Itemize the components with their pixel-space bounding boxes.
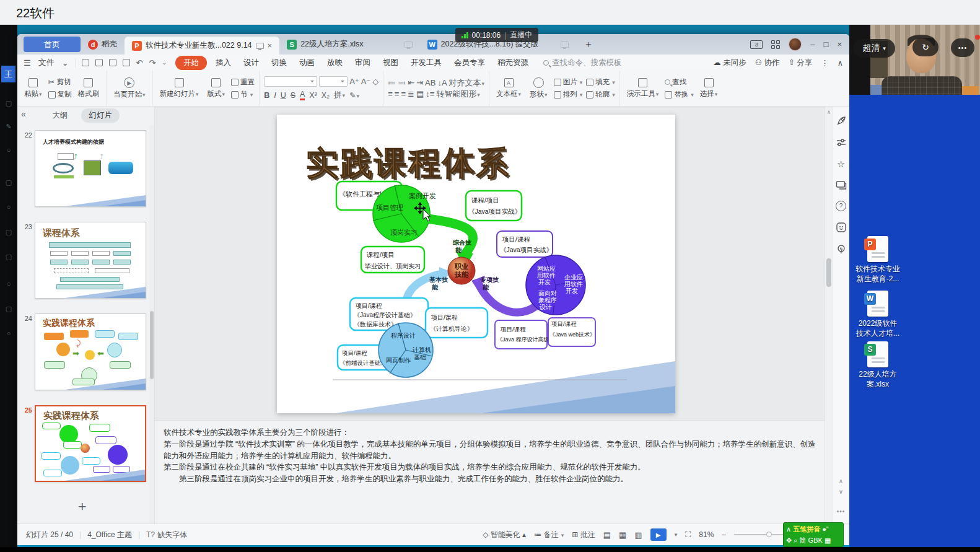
tab-close-icon[interactable]: ×	[268, 41, 273, 50]
collapse-panel-icon[interactable]: «	[21, 109, 26, 119]
underline-button[interactable]: U	[281, 91, 286, 100]
presentation-tools-button[interactable]: 演示工具▾	[624, 77, 662, 99]
clear-format-icon[interactable]: ◇	[372, 77, 378, 85]
scrollbar-thumb[interactable]	[826, 258, 831, 287]
main-scrollbar[interactable]: ∧	[825, 107, 832, 524]
tool-icon[interactable]: ○	[0, 280, 17, 287]
misc-icon[interactable]: ○	[0, 330, 17, 337]
settings-sliders-icon[interactable]	[836, 137, 847, 148]
slide-thumb-22[interactable]: 22 人才培养模式构建的依据 ⤴ ⤴	[21, 130, 149, 207]
box-java-project-green[interactable]	[466, 191, 522, 221]
ime-mag-icon[interactable]: ⌕	[794, 537, 797, 544]
reading-view-icon[interactable]: ▥	[634, 530, 642, 540]
sorter-view-icon[interactable]: ▦	[619, 530, 626, 540]
collab-button[interactable]: ⚇ 协作	[755, 58, 780, 68]
hamburger-icon[interactable]: ☰	[24, 58, 31, 68]
shapes-button[interactable]: 形状▾	[527, 77, 550, 100]
box-java-advanced[interactable]	[495, 320, 547, 349]
more-caret-icon[interactable]: ⌄	[162, 59, 167, 66]
replace-button[interactable]: 替换▾	[665, 90, 694, 99]
number-list-icon[interactable]: ≕	[398, 79, 406, 87]
indent-icon[interactable]: ⇥	[416, 79, 423, 87]
green-arrow[interactable]	[428, 219, 473, 255]
command-search-input[interactable]: 查找命令、搜索模板	[543, 58, 622, 68]
to-smart-graphic-button[interactable]: 转智能图形▾	[436, 90, 480, 98]
section-button[interactable]: 节▾	[231, 90, 255, 99]
new-tab-button[interactable]: ＋	[576, 34, 600, 55]
zoom-slider-thumb[interactable]	[766, 532, 772, 537]
menu-view[interactable]: 视图	[377, 58, 405, 68]
bullet-list-icon[interactable]: ≔	[388, 79, 396, 87]
share-button[interactable]: ⇧ 分享	[788, 58, 812, 68]
menu-slideshow[interactable]: 放映	[321, 58, 349, 68]
play-screen-icon[interactable]	[836, 180, 847, 190]
missing-font-warning[interactable]: 缺失字体	[157, 530, 187, 540]
subscript-button[interactable]: X₂	[322, 91, 330, 100]
tab-home[interactable]: 首页	[24, 37, 81, 52]
reset-button[interactable]: 重置	[231, 77, 255, 87]
doc-icon[interactable]: ▢	[0, 99, 17, 107]
text-direction-icon[interactable]: ↓A	[437, 79, 447, 87]
strike-button[interactable]: S	[291, 91, 295, 100]
ime-mode[interactable]: 五笔拼音	[793, 525, 820, 533]
desktop-icon-ppt[interactable]: P 软件技术专业新生教育-2...	[854, 236, 901, 284]
superscript-button[interactable]: X²	[309, 91, 317, 100]
slide-25-canvas[interactable]: 实践课程体系 实践课程体系 《软件工程与UML》	[277, 115, 675, 413]
collapse-ribbon-icon[interactable]: ∧	[838, 58, 843, 68]
call-icon[interactable]: ▢	[0, 178, 17, 186]
tab-spreadsheet[interactable]: S 22级人培方案.xlsx	[279, 34, 419, 55]
desktop-icon-excel[interactable]: S 22级人培方案.xlsx	[854, 341, 901, 389]
ime-panel[interactable]: ∧ 五笔拼音 ●” ✥ ⌕ 简 GBK ▦	[783, 522, 844, 547]
panel-scrollbar[interactable]	[149, 125, 154, 524]
fit-window-icon[interactable]: ⛶	[685, 530, 691, 540]
ime-hand-icon[interactable]: ✥	[786, 537, 792, 544]
rotate-video-button[interactable]: ↻	[912, 38, 938, 56]
menu-file[interactable]: 文件	[37, 57, 56, 68]
outdent-icon[interactable]: ⇤	[408, 79, 414, 87]
paste-button[interactable]: 粘贴▾	[22, 77, 45, 99]
line-spacing-icon[interactable]: ↕≡	[426, 90, 434, 98]
slide-thumb-24[interactable]: 24 实践课程体系 ➡ ➡	[21, 313, 149, 390]
zoom-percent[interactable]: 81%	[699, 530, 714, 539]
print-icon[interactable]	[109, 59, 116, 66]
font-family-select[interactable]	[264, 76, 317, 87]
picture-button[interactable]: 图片▾	[554, 77, 583, 87]
more-tools-icon[interactable]: •••	[837, 508, 846, 515]
maximize-button[interactable]: □	[824, 40, 829, 49]
box-computer-intro[interactable]	[426, 308, 488, 338]
align-text-button[interactable]: 对齐文本▾	[449, 79, 485, 87]
pinyin-button[interactable]: 拼▾	[334, 90, 345, 100]
highlight-button[interactable]: ✎▾	[349, 90, 359, 100]
slide-title[interactable]: 实践课程体系	[306, 145, 510, 181]
sync-status[interactable]: ☁ 未同步	[713, 58, 746, 68]
tab-daoke[interactable]: d 稻壳	[81, 34, 125, 55]
notes-button[interactable]: ≔ 备注 ▾	[534, 530, 564, 540]
minimize-button[interactable]: –	[810, 40, 815, 49]
layout-button[interactable]: 版式▾	[205, 77, 228, 99]
play-options-caret-icon[interactable]: ▾	[675, 532, 678, 538]
tab-outline[interactable]: 大纲	[52, 110, 68, 121]
menu-animation[interactable]: 动画	[293, 58, 321, 68]
print-preview-icon[interactable]	[123, 59, 130, 66]
next-slide-icon[interactable]: ∨	[839, 488, 843, 495]
align-left-icon[interactable]: ≡	[388, 90, 393, 98]
add-slide-button[interactable]: ＋	[17, 497, 149, 515]
tab-document-active[interactable]: P 软件技术专业新生教...022 9.14 ×	[125, 37, 279, 55]
notes-pane[interactable]: 软件技术专业的实践教学体系主要分为三个阶段进行： 第一阶段是通过学院 “软件技术…	[155, 420, 825, 524]
italic-button[interactable]: I	[274, 91, 276, 100]
menu-review[interactable]: 审阅	[349, 58, 377, 68]
video-quality-button[interactable]: 超清▾	[853, 39, 895, 58]
normal-view-icon[interactable]: ▤	[603, 530, 611, 540]
decrease-font-icon[interactable]: A⁻	[361, 77, 371, 85]
bold-button[interactable]: B	[264, 91, 269, 100]
zoom-slider[interactable]	[734, 534, 790, 535]
ime-lang[interactable]: 简	[800, 537, 807, 544]
idea-bulb-icon[interactable]	[836, 243, 847, 255]
menu-start[interactable]: 开始	[175, 56, 207, 70]
clip-icon[interactable]: ✎	[0, 123, 17, 131]
menu-design[interactable]: 设计	[237, 58, 265, 68]
account-avatar[interactable]	[789, 38, 802, 51]
file-caret-icon[interactable]: ⌄	[62, 58, 69, 68]
fill-button[interactable]: 填充▾	[586, 77, 615, 87]
menu-insert[interactable]: 插入	[209, 58, 237, 68]
